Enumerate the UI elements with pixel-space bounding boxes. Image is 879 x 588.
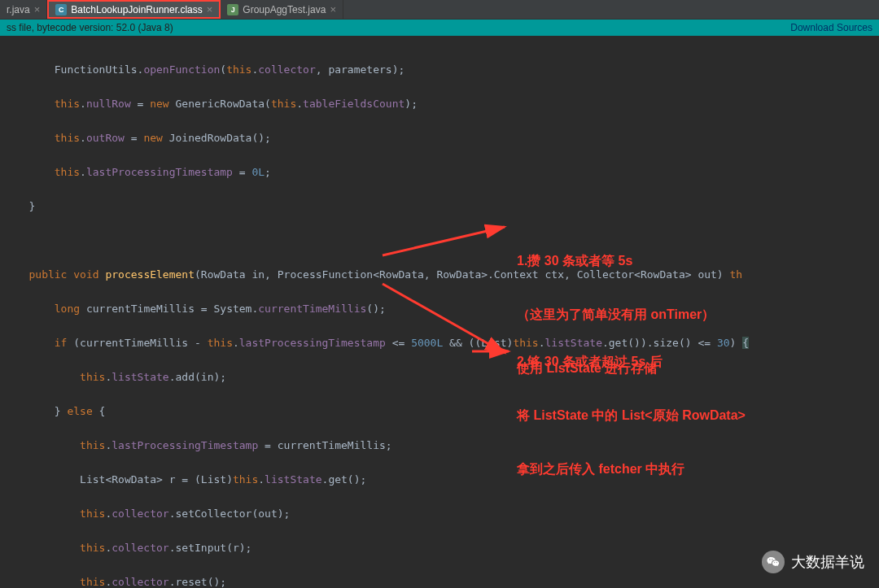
- code-line: public void processElement(RowData in, P…: [10, 266, 879, 283]
- editor-tabs: r.java × C BatchLookupJoinRunner.class ×…: [0, 0, 879, 20]
- code-line: this.collector.reset();: [10, 573, 879, 588]
- tab-label: GroupAggTest.java: [243, 4, 326, 15]
- tab-right[interactable]: J GroupAggTest.java ×: [221, 0, 343, 19]
- code-line: [10, 232, 879, 249]
- download-sources-link[interactable]: Download Sources: [790, 22, 872, 33]
- class-file-icon: C: [55, 4, 67, 15]
- watermark: 大数据羊说: [762, 551, 864, 573]
- annotation-arrow-1: [374, 182, 521, 264]
- tab-active[interactable]: C BatchLookupJoinRunner.class ×: [47, 0, 221, 19]
- code-line: this.collector.setCollector(out);: [10, 505, 879, 522]
- watermark-text: 大数据羊说: [791, 552, 864, 572]
- close-icon[interactable]: ×: [330, 3, 336, 15]
- tab-label: r.java: [7, 4, 30, 15]
- java-file-icon: J: [227, 4, 238, 15]
- code-line: this.nullRow = new GenericRowData(this.t…: [10, 95, 879, 112]
- close-icon[interactable]: ×: [207, 3, 213, 15]
- code-line: long currentTimeMillis = System.currentT…: [10, 300, 879, 317]
- code-line: } else {: [10, 403, 879, 420]
- code-line: FunctionUtils.openFunction(this.collecto…: [10, 61, 879, 78]
- bytecode-info: ss file, bytecode version: 52.0 (Java 8): [7, 22, 173, 33]
- close-icon[interactable]: ×: [34, 3, 41, 15]
- code-line: this.outRow = new JoinedRowData();: [10, 129, 879, 146]
- code-line: }: [10, 198, 879, 215]
- code-line: List<RowData> r = (List)this.listState.g…: [10, 471, 879, 488]
- code-editor[interactable]: FunctionUtils.openFunction(this.collecto…: [0, 36, 879, 588]
- code-line: if (currentTimeMillis - this.lastProcess…: [10, 334, 879, 351]
- tab-left[interactable]: r.java ×: [0, 0, 47, 19]
- tab-label: BatchLookupJoinRunner.class: [71, 4, 202, 15]
- decompiler-info-bar: ss file, bytecode version: 52.0 (Java 8)…: [0, 20, 879, 36]
- code-line: this.listState.add(in);: [10, 368, 879, 385]
- code-line: this.lastProcessingTimestamp = currentTi…: [10, 437, 879, 454]
- wechat-icon: [762, 551, 785, 573]
- annotation-2: 2.够 30 条或者超过 5s 后 将 ListState 中的 List<原始…: [517, 317, 746, 514]
- code-line: this.collector.setInput(r);: [10, 539, 879, 556]
- code-line: this.lastProcessingTimestamp = 0L;: [10, 163, 879, 181]
